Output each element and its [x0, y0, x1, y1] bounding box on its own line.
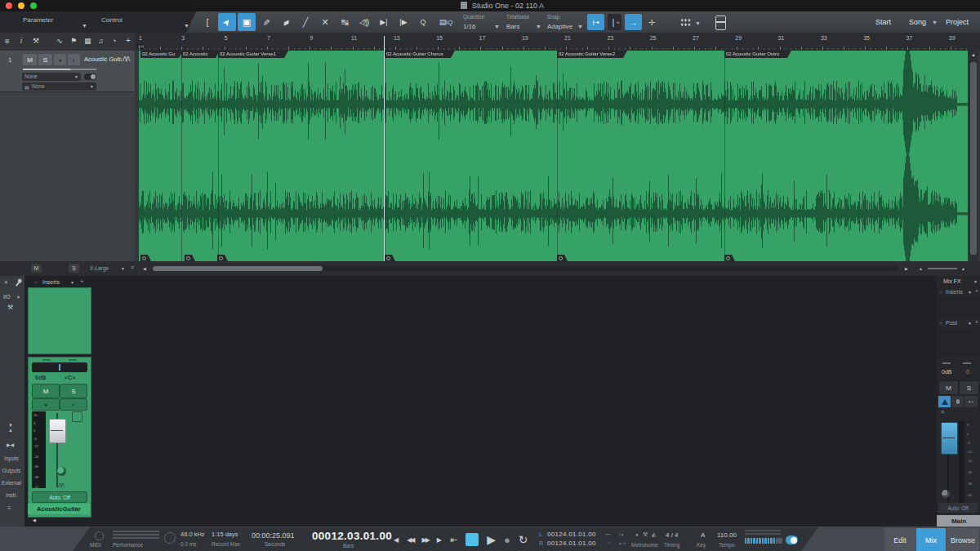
global-solo-button[interactable]: S	[69, 264, 79, 273]
collapse-vertical-icon[interactable]: ▼▲	[8, 423, 13, 433]
main-inserts-add-icon[interactable]: +	[975, 288, 978, 294]
main-inserts-arrow[interactable]: ▼	[968, 290, 972, 295]
loop-button[interactable]: ↻	[519, 533, 528, 546]
zoom-window-icon[interactable]	[30, 2, 37, 9]
main-pan-slider-l[interactable]	[942, 362, 951, 364]
zoom-out-h-icon[interactable]: ▶	[905, 266, 908, 271]
inserts-dropdown-arrow[interactable]: ▼	[70, 280, 74, 285]
main-automation-button[interactable]: Auto: Off	[938, 503, 978, 513]
next-bar-button[interactable]: ▶	[437, 536, 442, 544]
song-page-button[interactable]: Song	[909, 18, 926, 26]
inserts-add-icon[interactable]: +	[80, 278, 84, 285]
main-strip-menu-icon[interactable]: ≡	[941, 409, 944, 415]
metronome-label[interactable]: Metronome	[631, 542, 658, 548]
browse-view-button[interactable]: Browse	[947, 528, 979, 551]
follow-button[interactable]: →	[625, 14, 642, 30]
grid-icon[interactable]: ▦	[84, 37, 91, 45]
io-dropdown-arrow[interactable]: ▼	[16, 295, 20, 300]
help-tool[interactable]: ?	[355, 13, 373, 31]
main-post-panel[interactable]	[938, 328, 979, 357]
iq-quantize-button[interactable]: IQ	[441, 14, 457, 30]
main-output-globe-icon[interactable]	[942, 490, 950, 498]
clip-name-tab[interactable]: 02 Acoustic Guitar Verse1	[218, 51, 288, 58]
track-height-selector[interactable]: X-Large	[90, 265, 109, 271]
channel-output-globe-icon[interactable]	[57, 467, 66, 476]
fast-forward-button[interactable]: ▶▶	[421, 536, 428, 544]
channel-name-label[interactable]: AcousticGuitar	[28, 504, 90, 514]
split-tool[interactable]: ╱	[296, 13, 314, 31]
parameter-dropdown[interactable]: Parameter	[23, 16, 53, 24]
play-button[interactable]: ▶	[487, 533, 496, 546]
global-mute-button[interactable]: M	[31, 264, 42, 273]
performance-label[interactable]: Performance	[113, 542, 143, 548]
prev-bar-button[interactable]: ◀	[394, 536, 399, 544]
main-gain-value[interactable]: 0dB	[942, 369, 951, 375]
start-page-button[interactable]: Start	[875, 18, 891, 26]
console-nav-outputs[interactable]: Outputs	[0, 468, 23, 473]
io-dropdown[interactable]: I/O	[3, 294, 11, 300]
channel-automation-button[interactable]: Auto: Off	[32, 491, 87, 503]
main-speaker-select-button[interactable]: ●◖	[964, 396, 978, 407]
monitor-toggle[interactable]	[84, 73, 96, 80]
project-page-button[interactable]: Project	[946, 18, 969, 26]
track-monitor-button[interactable]: ◐	[68, 54, 80, 65]
track-name[interactable]: Acoustic Guitar	[84, 56, 122, 63]
snap-value[interactable]: Adaptive	[547, 23, 572, 30]
clip-name-tab[interactable]: 02 Acoustic Guitar Outro	[724, 51, 791, 58]
zoom-slider-right-icon[interactable]: ▲	[961, 266, 965, 271]
track-mute-button[interactable]: M	[23, 54, 37, 65]
main-post-add-icon[interactable]: +	[975, 319, 978, 325]
tempo-value[interactable]: 110.00	[717, 531, 737, 539]
main-talkback-button[interactable]	[951, 396, 964, 407]
metronome-setup-icon[interactable]: ⚒	[643, 531, 648, 538]
timing-value[interactable]: 4 / 4	[666, 531, 679, 539]
pan-slider[interactable]	[32, 362, 87, 372]
instrument-slot-dropdown[interactable]: ▤ None ▼	[22, 82, 96, 91]
inserts-power-icon[interactable]: ○	[34, 280, 38, 285]
channel-fader[interactable]	[49, 419, 66, 443]
note-icon[interactable]: ♫	[98, 37, 104, 45]
timeline-ruler[interactable]: 4/4 13579111315171921232527293133353739	[135, 33, 980, 51]
track-header[interactable]: 1 M S ● ◐ Acoustic Guitar ⋀⋀ None ▼ ▤ No…	[0, 51, 135, 92]
autopunch-icon[interactable]: ⊦▪	[619, 531, 623, 537]
arrange-vscrollbar[interactable]: ▲	[969, 51, 978, 261]
channel-monitor-button[interactable]: ◐	[60, 398, 87, 411]
minimize-window-icon[interactable]	[18, 2, 24, 9]
main-post-power-icon[interactable]: ○	[939, 321, 942, 326]
quantize-value[interactable]: 1/16	[463, 23, 476, 30]
clip-name-tab[interactable]: 02 Acoustic Guitar Chorus	[385, 51, 455, 58]
console-pin-icon[interactable]	[16, 281, 20, 287]
bank-list-icon[interactable]: ≡	[7, 504, 11, 512]
tempo-track-icon[interactable]: ◔	[112, 37, 116, 45]
edit-view-button[interactable]: Edit	[884, 528, 915, 551]
marker-flag-icon[interactable]: ⚑	[70, 37, 77, 45]
preroll-icon[interactable]: ⌐–	[606, 531, 612, 536]
loop-end-value[interactable]: 00124.01.01.00	[547, 540, 596, 547]
arrange-hscrollbar[interactable]	[153, 266, 898, 271]
mute-tool[interactable]: ✕	[316, 13, 334, 31]
console-nav-instr[interactable]: Instr.	[0, 492, 23, 498]
mixfx-dropdown[interactable]: Mix FX	[943, 278, 961, 284]
track-volume-slider[interactable]	[23, 69, 96, 70]
console-close-icon[interactable]: ×	[4, 278, 8, 286]
scroll-left-icon[interactable]: ◀	[143, 266, 146, 271]
precount-icon[interactable]: ○	[608, 540, 611, 545]
track-solo-button[interactable]: S	[38, 54, 52, 65]
channel-solo-button[interactable]: S	[60, 384, 87, 398]
rewind-button[interactable]: ◀◀	[407, 536, 413, 544]
performance-meter[interactable]	[113, 531, 159, 540]
channel-link-button[interactable]	[72, 411, 82, 422]
track-height-arrow[interactable]: ▼	[121, 266, 125, 271]
scroll-up-icon[interactable]: ▲	[971, 52, 976, 57]
insert-slot-dropdown[interactable]: None ▼	[22, 73, 81, 81]
seconds-display[interactable]: 00:00:25.091 Seconds	[250, 527, 301, 551]
clip-name-tab[interactable]: 02 Acoustic Guitar Verse2	[557, 51, 627, 58]
hscroll-thumb[interactable]	[153, 266, 323, 271]
play-to-icon[interactable]: |▶	[394, 13, 412, 31]
track-record-arm-button[interactable]: ●	[54, 54, 66, 65]
main-pan-slider-r[interactable]	[963, 362, 971, 364]
footer-list-icon[interactable]: ≡	[131, 264, 134, 270]
console-wrench-icon[interactable]: ⚒	[7, 304, 13, 311]
keyboard-panel-icon[interactable]	[715, 16, 726, 30]
zoom-slider-left-icon[interactable]: ▲	[919, 266, 923, 271]
